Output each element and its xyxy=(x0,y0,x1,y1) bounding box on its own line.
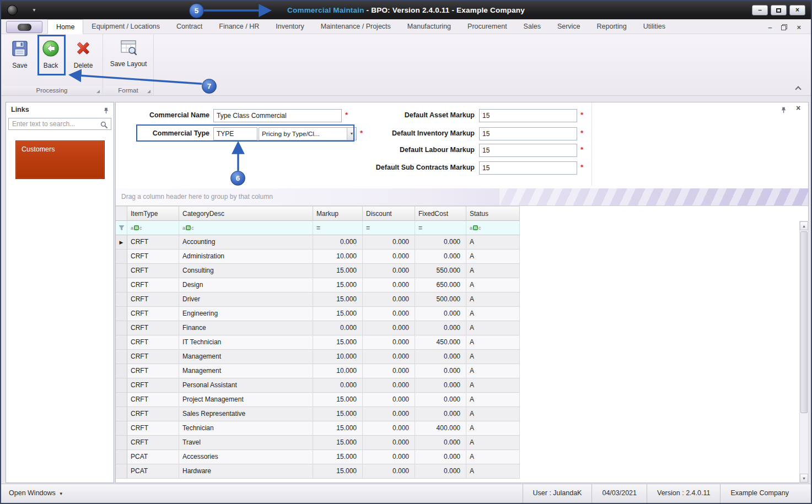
save-layout-icon xyxy=(119,39,138,56)
filter-funnel-icon xyxy=(119,225,125,231)
groupby-bar[interactable]: Drag a column header here to group by th… xyxy=(116,188,808,206)
tab-reporting[interactable]: Reporting xyxy=(589,19,635,34)
tab-sales[interactable]: Sales xyxy=(515,19,549,34)
save-button[interactable]: Save xyxy=(6,39,34,69)
cell-categorydesc: Design xyxy=(179,278,313,292)
annotation-box-commercial-type xyxy=(136,124,354,142)
tab-service[interactable]: Service xyxy=(549,19,589,34)
tab-maintenance-projects[interactable]: Maintenance / Projects xyxy=(313,19,399,34)
cell-itemtype: CRFT xyxy=(127,407,179,421)
document-minimize-icon[interactable]: – xyxy=(768,23,772,31)
maximize-button[interactable] xyxy=(771,5,787,15)
filter-cell-status[interactable]: aBc xyxy=(466,221,520,235)
filter-cell-categorydesc[interactable]: aBc xyxy=(179,221,313,235)
save-layout-button[interactable]: Save Layout xyxy=(105,39,152,68)
filter-cell-itemtype[interactable]: aBc xyxy=(127,221,179,235)
filter-cell-markup[interactable]: = xyxy=(313,221,363,235)
panel-close-icon[interactable]: × xyxy=(796,104,800,112)
links-item-customers[interactable]: Customers xyxy=(15,140,105,179)
table-row[interactable]: ▶CRFTAccounting0.0000.0000.000A xyxy=(116,235,520,250)
scroll-up-button[interactable]: ▲ xyxy=(800,221,808,230)
vertical-scrollbar[interactable]: ▲ ▼ xyxy=(799,221,809,483)
table-row[interactable]: CRFTManagement10.0000.0000.000A xyxy=(116,350,520,364)
column-header-categorydesc[interactable]: CategoryDesc xyxy=(179,206,313,221)
cell-discount: 0.000 xyxy=(363,393,415,407)
row-indicator xyxy=(116,364,127,378)
default-labour-markup-input[interactable] xyxy=(479,144,577,157)
dialog-launcher-icon[interactable] xyxy=(147,90,150,93)
column-header-markup[interactable]: Markup xyxy=(313,206,363,221)
tab-utilities[interactable]: Utilities xyxy=(635,19,674,34)
links-search-input[interactable] xyxy=(8,118,111,130)
collapse-ribbon-icon[interactable] xyxy=(795,85,801,91)
table-row[interactable]: CRFTTravel15.0000.0000.000A xyxy=(116,436,520,450)
save-layout-button-label: Save Layout xyxy=(110,60,147,68)
column-header-fixedcost[interactable]: FixedCost xyxy=(415,206,466,221)
cell-markup: 15.000 xyxy=(313,464,363,479)
scroll-thumb[interactable] xyxy=(800,231,808,413)
links-item-label: Customers xyxy=(21,145,55,153)
dialog-launcher-icon[interactable] xyxy=(96,90,100,93)
cell-categorydesc: Management xyxy=(179,364,313,378)
close-button[interactable]: × xyxy=(789,5,805,15)
equals-operator-icon: = xyxy=(316,224,320,232)
table-row[interactable]: PCATHardware15.0000.0000.000A xyxy=(116,464,520,479)
tab-home[interactable]: Home xyxy=(47,19,83,34)
table-row[interactable]: CRFTSales Representative15.0000.0000.000… xyxy=(116,407,520,421)
panel-pin-icon[interactable] xyxy=(781,106,787,116)
table-row[interactable]: CRFTProject Management15.0000.0000.000A xyxy=(116,393,520,407)
minimize-button[interactable]: – xyxy=(752,5,768,15)
statusbar: Open Windows▼ User : JulandaK 04/03/2021… xyxy=(1,484,811,503)
table-row[interactable]: CRFTDriver15.0000.000500.000A xyxy=(116,292,520,307)
commercial-name-input[interactable] xyxy=(213,109,342,122)
filter-cell-fixedcost[interactable]: = xyxy=(415,221,466,235)
delete-button[interactable]: Delete xyxy=(67,39,99,69)
cell-fixedcost: 0.000 xyxy=(415,450,466,464)
column-header-itemtype[interactable]: ItemType xyxy=(127,206,179,221)
table-row[interactable]: CRFTFinance0.0000.0000.000A xyxy=(116,321,520,335)
table-row[interactable]: CRFTDesign15.0000.000650.000A xyxy=(116,278,520,292)
cell-discount: 0.000 xyxy=(363,307,415,321)
cell-fixedcost: 0.000 xyxy=(415,407,466,421)
equals-operator-icon: = xyxy=(366,224,370,232)
default-inventory-markup-input[interactable] xyxy=(479,127,577,140)
tab-contract[interactable]: Contract xyxy=(168,19,211,34)
filter-cell-discount[interactable]: = xyxy=(363,221,415,235)
table-row[interactable]: CRFTTechnician15.0000.000400.000A xyxy=(116,421,520,436)
default-sub-contracts-markup-input[interactable] xyxy=(479,161,577,175)
table-row[interactable]: CRFTEngineering15.0000.0000.000A xyxy=(116,307,520,321)
table-row[interactable]: CRFTConsulting15.0000.000550.000A xyxy=(116,264,520,278)
table-row[interactable]: PCATAccessories15.0000.0000.000A xyxy=(116,450,520,464)
cell-status: A xyxy=(466,235,520,250)
cell-markup: 10.000 xyxy=(313,364,363,378)
tab-procurement[interactable]: Procurement xyxy=(459,19,515,34)
document-restore-icon[interactable] xyxy=(781,24,787,30)
tab-equipment-locations[interactable]: Equipment / Locations xyxy=(83,19,168,34)
ribbon-tabs: HomeEquipment / LocationsContractFinance… xyxy=(47,19,674,34)
cell-fixedcost: 650.000 xyxy=(415,278,466,292)
cell-categorydesc: IT Technician xyxy=(179,335,313,350)
main-panel: × Commercial Name * Commercial Type Pric… xyxy=(115,102,809,483)
row-indicator xyxy=(116,464,127,479)
tab-finance-hr[interactable]: Finance / HR xyxy=(211,19,267,34)
column-header-status[interactable]: Status xyxy=(466,206,520,221)
cell-status: A xyxy=(466,464,520,479)
cell-fixedcost: 400.000 xyxy=(415,421,466,436)
cell-markup: 15.000 xyxy=(313,407,363,421)
cell-itemtype: CRFT xyxy=(127,235,179,250)
links-pin-icon[interactable] xyxy=(103,106,109,116)
tab-manufacturing[interactable]: Manufacturing xyxy=(399,19,459,34)
open-windows-button[interactable]: Open Windows▼ xyxy=(9,484,63,503)
document-close-icon[interactable]: × xyxy=(797,23,801,31)
column-header-discount[interactable]: Discount xyxy=(363,206,415,221)
table-row[interactable]: CRFTIT Technician15.0000.000450.000A xyxy=(116,335,520,350)
application-button-icon xyxy=(18,24,31,31)
scroll-down-button[interactable]: ▼ xyxy=(800,474,808,483)
table-row[interactable]: CRFTAdministration10.0000.0000.000A xyxy=(116,250,520,264)
ribbon-group-format: Save Layout Format xyxy=(103,34,154,95)
table-row[interactable]: CRFTPersonal Assistant0.0000.0000.000A xyxy=(116,378,520,393)
tab-inventory[interactable]: Inventory xyxy=(267,19,312,34)
application-button[interactable] xyxy=(6,21,42,33)
table-row[interactable]: CRFTManagement10.0000.0000.000A xyxy=(116,364,520,378)
default-asset-markup-input[interactable] xyxy=(479,109,577,122)
